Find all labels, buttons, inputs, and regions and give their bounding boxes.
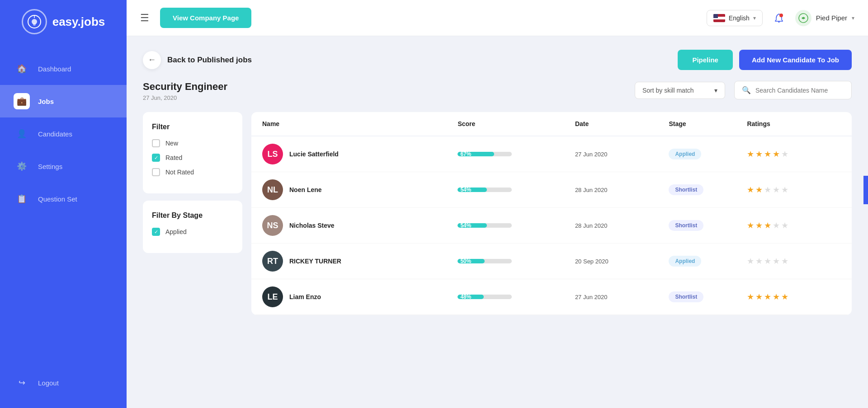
filter-by-stage-card: Filter By Stage ✓ Applied bbox=[143, 201, 242, 253]
filter-label-applied: Applied bbox=[165, 228, 187, 235]
back-arrow-icon: ← bbox=[143, 51, 161, 69]
avatar: LS bbox=[262, 144, 283, 164]
score-label: 67% bbox=[460, 152, 471, 156]
filter-option-not-rated[interactable]: Not Rated bbox=[152, 168, 233, 176]
sort-dropdown[interactable]: Sort by skill match ▾ bbox=[635, 82, 725, 99]
stage-cell: Shortlist bbox=[669, 184, 747, 195]
stars-cell: ★★★★★ bbox=[747, 220, 841, 230]
star-1: ★ bbox=[755, 149, 763, 159]
add-candidate-button[interactable]: Add New Candidate To Job bbox=[739, 50, 852, 70]
search-box: 🔍 bbox=[734, 81, 852, 99]
avatar: RT bbox=[262, 251, 283, 272]
filter-checkbox-not-rated[interactable] bbox=[152, 168, 160, 176]
settings-icon: ⚙️ bbox=[14, 158, 30, 174]
home-icon: 🏠 bbox=[14, 61, 30, 77]
filter-label-new: New bbox=[165, 140, 178, 147]
jobs-icon: 💼 bbox=[14, 93, 30, 109]
table-row[interactable]: RT RICKEY TURNER 50% 20 Sep 2020 Applied… bbox=[251, 244, 852, 279]
table-row[interactable]: LS Lucie Satterfield 67% 27 Jun 2020 App… bbox=[251, 136, 852, 172]
star-4: ★ bbox=[781, 256, 788, 266]
star-2: ★ bbox=[764, 256, 771, 266]
company-name: Pied Piper bbox=[816, 14, 847, 22]
filter-checkbox-new[interactable] bbox=[152, 139, 160, 147]
sidebar-item-settings[interactable]: ⚙️ Settings bbox=[0, 150, 127, 183]
star-0: ★ bbox=[747, 292, 754, 302]
logo-text: easy.jobs bbox=[52, 15, 105, 29]
notification-icon[interactable] bbox=[770, 9, 788, 27]
sort-chevron-icon: ▾ bbox=[714, 87, 717, 94]
table-body: LS Lucie Satterfield 67% 27 Jun 2020 App… bbox=[251, 136, 852, 315]
job-title-section: Security Engineer 27 Jun, 2020 bbox=[143, 81, 227, 101]
filter-option-new[interactable]: New bbox=[152, 139, 233, 147]
svg-point-4 bbox=[778, 21, 779, 23]
score-cell: 67% bbox=[458, 152, 575, 156]
candidate-name-cell: RT RICKEY TURNER bbox=[262, 251, 458, 272]
svg-point-2 bbox=[33, 23, 36, 26]
logout-button[interactable]: ↪ Logout bbox=[0, 366, 127, 399]
candidate-name-cell: NS Nicholas Steve bbox=[262, 215, 458, 236]
back-link[interactable]: ← Back to Published jobs bbox=[143, 51, 252, 69]
back-actions: Pipeline Add New Candidate To Job bbox=[678, 50, 852, 70]
sidebar-item-label: Question Set bbox=[38, 195, 77, 203]
stage-cell: Shortlist bbox=[669, 291, 747, 302]
candidate-name-cell: LS Lucie Satterfield bbox=[262, 144, 458, 164]
star-2: ★ bbox=[764, 292, 771, 302]
candidate-name: RICKEY TURNER bbox=[289, 258, 341, 265]
stage-cell: Applied bbox=[669, 149, 747, 159]
sidebar-item-question-set[interactable]: 📋 Question Set bbox=[0, 183, 127, 215]
score-label: 50% bbox=[460, 259, 471, 263]
star-3: ★ bbox=[773, 220, 780, 230]
stage-cell: Shortlist bbox=[669, 220, 747, 231]
filter-option-rated[interactable]: ✓ Rated bbox=[152, 154, 233, 162]
score-bar-wrapper: 54% bbox=[458, 188, 512, 192]
sidebar-item-label: Jobs bbox=[38, 98, 54, 105]
table-row[interactable]: NS Nicholas Steve 54% 28 Jun 2020 Shortl… bbox=[251, 208, 852, 244]
main-content: ☰ View Company Page English ▾ Pied Piper bbox=[127, 0, 868, 408]
date-cell: 20 Sep 2020 bbox=[575, 258, 669, 265]
star-0: ★ bbox=[747, 185, 754, 195]
filter-checkbox-applied[interactable]: ✓ bbox=[152, 228, 160, 236]
logo: easy.jobs bbox=[13, 9, 114, 34]
filter-checkbox-rated[interactable]: ✓ bbox=[152, 154, 160, 162]
search-input[interactable] bbox=[755, 87, 844, 94]
score-bar-wrapper: 67% bbox=[458, 152, 512, 156]
job-controls: Sort by skill match ▾ 🔍 bbox=[635, 81, 852, 99]
stars-cell: ★★★★★ bbox=[747, 185, 841, 195]
table-row[interactable]: NL Noen Lene 54% 28 Jun 2020 Shortlist ★… bbox=[251, 172, 852, 208]
filter-label-not-rated: Not Rated bbox=[165, 169, 194, 176]
date-cell: 27 Jun 2020 bbox=[575, 151, 669, 158]
star-3: ★ bbox=[773, 292, 780, 302]
table-row[interactable]: LE Liam Enzo 48% 27 Jun 2020 Shortlist ★… bbox=[251, 279, 852, 315]
filter-label-rated: Rated bbox=[165, 154, 182, 161]
candidate-name: Nicholas Steve bbox=[289, 222, 335, 229]
score-cell: 54% bbox=[458, 223, 575, 228]
feedback-tab[interactable]: Feedback bbox=[863, 176, 868, 204]
company-selector[interactable]: Pied Piper ▾ bbox=[795, 10, 854, 26]
filter-title: Filter bbox=[152, 123, 233, 131]
filter-stage-title: Filter By Stage bbox=[152, 211, 233, 220]
score-bar-wrapper: 54% bbox=[458, 223, 512, 228]
language-selector[interactable]: English ▾ bbox=[707, 10, 763, 26]
sidebar-item-jobs[interactable]: 💼 Jobs bbox=[0, 85, 127, 117]
filter-panel: Filter New ✓ Rated Not Rated bbox=[143, 112, 242, 315]
pipeline-button[interactable]: Pipeline bbox=[678, 50, 733, 70]
view-company-button[interactable]: View Company Page bbox=[160, 8, 251, 28]
stage-badge: Applied bbox=[669, 149, 701, 159]
content-grid: Filter New ✓ Rated Not Rated bbox=[143, 112, 852, 315]
star-2: ★ bbox=[764, 149, 771, 159]
sidebar-item-candidates[interactable]: 👤 Candidates bbox=[0, 117, 127, 150]
logout-section: ↪ Logout bbox=[0, 366, 127, 399]
star-1: ★ bbox=[755, 256, 763, 266]
sidebar-item-dashboard[interactable]: 🏠 Dashboard bbox=[0, 52, 127, 85]
star-1: ★ bbox=[755, 220, 763, 230]
filter-option-applied[interactable]: ✓ Applied bbox=[152, 228, 233, 236]
company-chevron-icon: ▾ bbox=[852, 15, 854, 21]
date-cell: 28 Jun 2020 bbox=[575, 222, 669, 229]
star-2: ★ bbox=[764, 185, 771, 195]
score-cell: 50% bbox=[458, 259, 575, 263]
job-date: 27 Jun, 2020 bbox=[143, 94, 227, 101]
star-4: ★ bbox=[781, 185, 788, 195]
stage-badge: Applied bbox=[669, 256, 701, 267]
score-label: 48% bbox=[460, 295, 471, 299]
menu-icon[interactable]: ☰ bbox=[140, 12, 149, 24]
